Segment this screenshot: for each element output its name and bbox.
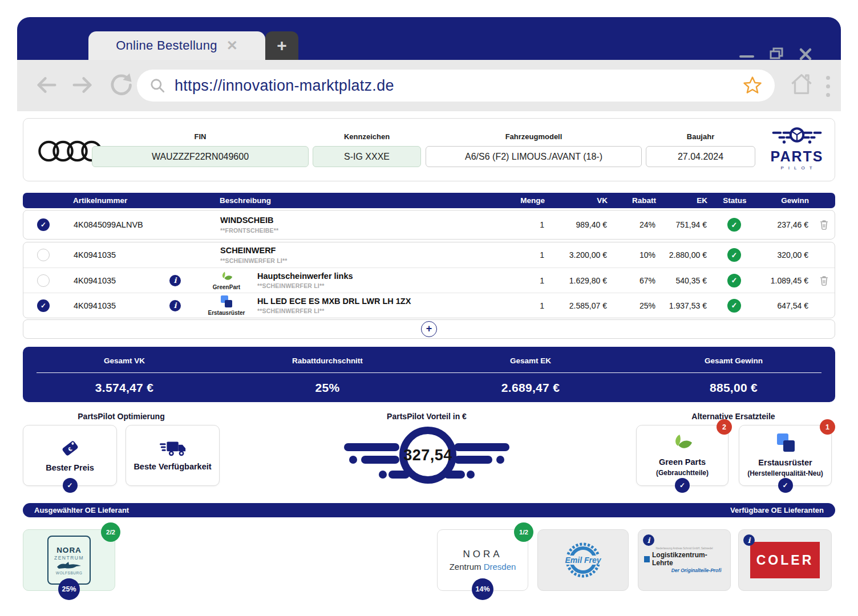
info-icon[interactable]: i	[643, 534, 654, 546]
col-rabatt: Rabatt	[612, 196, 661, 205]
new-tab-button[interactable]: +	[265, 31, 298, 60]
info-icon[interactable]: i	[169, 300, 181, 311]
fin-label: FIN	[92, 132, 309, 141]
fahrzeugmodell-field[interactable]: A6/S6 (F2) LIMOUS./AVANT (18-)	[426, 146, 642, 167]
supplier-coler[interactable]: i COLER	[738, 529, 832, 591]
erstausruester-label: Erstausrüster	[758, 458, 812, 468]
url-bar[interactable]: https://innovation-marktplatz.de	[137, 70, 775, 102]
green-parts-card[interactable]: Green Parts (Gebrauchtteile) 2 ✓	[636, 425, 729, 486]
part-subtitle: **SCHEINWERFER LI**	[257, 307, 411, 314]
vorteil-heading: PartsPilot Vorteil in €	[341, 412, 512, 421]
menge-value: 1	[516, 220, 549, 229]
info-icon[interactable]: i	[743, 534, 755, 546]
nora-dresden-line1: NORA	[450, 549, 516, 560]
gewinn-value: 647,54 €	[757, 301, 813, 310]
table-row: ✓ 4K0845099ALNVB WINDSCHEIB **FRONTSCHEI…	[23, 210, 835, 240]
vk-value: 989,40 €	[549, 220, 612, 229]
back-icon[interactable]	[34, 74, 59, 96]
gewinn-value: 1.089,45 €	[757, 276, 813, 285]
green-parts-count-badge: 2	[717, 419, 732, 435]
gesamt-gewinn-value: 885,00 €	[632, 381, 835, 395]
info-icon[interactable]: i	[169, 275, 181, 286]
vk-value: 2.585,07 €	[549, 301, 612, 310]
selected-lieferant-title: Ausgewählter OE Lieferant	[34, 506, 129, 514]
artikelnummer-value: 4K0941035	[63, 250, 156, 260]
emil-frey-logo: Emil Frey	[564, 541, 602, 579]
bester-preis-label: Bester Preis	[46, 463, 94, 473]
logistikzentrum-logo: Niederlassung Andreas Schmid GmbH, Salzw…	[644, 547, 725, 573]
close-window-icon[interactable]	[799, 47, 812, 61]
vorteil-badge: 327,54	[341, 425, 512, 493]
supplier-nora-dresden[interactable]: NORA Zentrum Dresden 1/2 14%	[437, 529, 528, 591]
baujahr-field[interactable]: 27.04.2024	[646, 146, 755, 167]
gesamt-vk-label: Gesamt VK	[23, 356, 226, 365]
status-ok-icon: ✓	[727, 248, 741, 262]
nora-horse-icon	[56, 561, 82, 570]
beste-verfuegbarkeit-label: Beste Verfügbarkeit	[133, 462, 211, 472]
green-parts-sublabel: (Gebrauchtteile)	[656, 469, 709, 477]
browser-tab[interactable]: Online Bestellung ✕	[88, 31, 265, 60]
browser-toolbar: https://innovation-marktplatz.de	[17, 60, 841, 111]
vk-value: 3.200,00 €	[549, 250, 612, 260]
rabatt-value: 67%	[612, 276, 660, 285]
part-title: SCHEINWERF	[220, 246, 288, 256]
tab-close-icon[interactable]: ✕	[226, 39, 238, 52]
col-gewinn: Gewinn	[758, 196, 814, 205]
partspilot-logo: PARTS PILOT	[768, 127, 825, 171]
rabatt-value: 24%	[612, 220, 660, 229]
url-text[interactable]: https://innovation-marktplatz.de	[175, 77, 394, 95]
row-checkbox-unchecked[interactable]	[37, 249, 50, 261]
part-source-label: Erstausrüster	[208, 310, 245, 316]
vorteil-value: 327,54	[403, 447, 452, 464]
col-beschreibung: Beschreibung	[194, 196, 516, 205]
supplier-count-badge: 2/2	[101, 522, 120, 542]
logistik-name: Logistikzentrum-Lehrte	[652, 551, 725, 567]
beste-verfuegbarkeit-card[interactable]: Beste Verfügbarkeit	[126, 425, 220, 486]
row-checkbox-checked[interactable]: ✓	[37, 299, 50, 312]
kennzeichen-label: Kennzeichen	[313, 132, 421, 141]
supplier-nora-wolfsburg[interactable]: NORA ZENTRUM WOLFSBURG 2/2 25%	[23, 529, 115, 591]
menu-dots-icon[interactable]	[826, 76, 830, 97]
greenpart-leaf-icon: GreenPart	[203, 271, 250, 290]
supplier-count-badge: 1/2	[514, 522, 533, 542]
logistik-tiny-line: Niederlassung Andreas Schmid GmbH, Salzw…	[644, 547, 725, 550]
table-row: 4K0941035 SCHEINWERF **SCHEINWERFER LI**…	[23, 242, 835, 268]
rabatt-value: 10%	[612, 250, 660, 260]
status-ok-icon: ✓	[727, 218, 741, 232]
gewinn-value: 237,46 €	[757, 220, 813, 229]
gesamt-ek-value: 2.689,47 €	[429, 381, 632, 395]
bookmark-star-icon[interactable]	[743, 76, 762, 95]
artikelnummer-value: 4K0941035	[63, 276, 156, 285]
table-row: ✓ 4K0941035 i Erstausrüster HL LED ECE E…	[23, 293, 835, 318]
delete-row-icon[interactable]	[819, 275, 829, 286]
add-part-button[interactable]: +	[421, 321, 437, 337]
col-menge: Menge	[516, 196, 549, 205]
table-row: 4K0941035 i GreenPart Hauptscheinwerfer …	[23, 268, 835, 293]
supplier-logistikzentrum[interactable]: i Niederlassung Andreas Schmid GmbH, Sal…	[638, 529, 731, 591]
supplier-emil-frey[interactable]: Emil Frey	[537, 529, 629, 591]
home-icon[interactable]	[788, 71, 815, 98]
bester-preis-card[interactable]: € Bester Preis ✓	[23, 425, 117, 486]
erstausruester-sublabel: (Herstellerqualität-Neu)	[747, 469, 823, 477]
part-subtitle: **SCHEINWERFER LI**	[220, 257, 288, 264]
part-subtitle: **FRONTSCHEIBE**	[220, 227, 278, 234]
nora-dresden-line2a: Zentrum	[450, 562, 481, 572]
delete-row-icon[interactable]	[819, 219, 829, 230]
row-checkbox-checked[interactable]: ✓	[37, 218, 50, 231]
vk-value: 1.629,80 €	[549, 276, 612, 285]
add-row-bar: +	[23, 319, 835, 339]
row-checkbox-unchecked[interactable]	[37, 274, 50, 287]
col-artikelnummer: Artikelnummer	[63, 196, 155, 205]
selected-check-icon: ✓	[63, 478, 78, 493]
kennzeichen-field[interactable]: S-IG XXXE	[313, 146, 421, 167]
logistik-square-icon	[644, 556, 650, 562]
table-header: Artikelnummer Beschreibung Menge VK Raba…	[23, 193, 835, 208]
status-ok-icon: ✓	[727, 299, 741, 313]
ek-value: 1.937,53 €	[660, 301, 711, 310]
forward-icon[interactable]	[70, 74, 95, 96]
summary-divider	[37, 372, 821, 373]
erstausruester-card[interactable]: Erstausrüster (Herstellerqualität-Neu) 1…	[739, 425, 832, 486]
vehicle-info-bar: FIN WAUZZZF22RN049600 Kennzeichen S-IG X…	[23, 118, 835, 181]
reload-icon[interactable]	[108, 72, 133, 98]
fin-field[interactable]: WAUZZZF22RN049600	[92, 146, 309, 167]
